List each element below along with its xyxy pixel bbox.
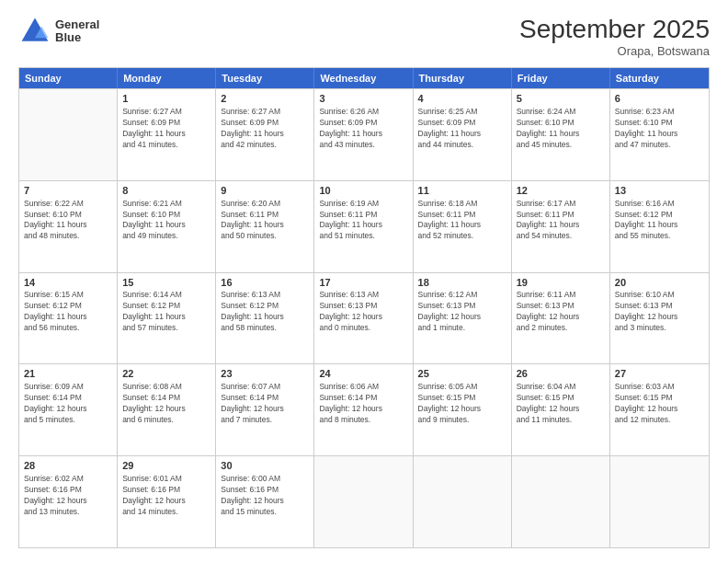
calendar-cell: 24Sunrise: 6:06 AM Sunset: 6:14 PM Dayli… xyxy=(314,364,413,455)
calendar-cell: 15Sunrise: 6:14 AM Sunset: 6:12 PM Dayli… xyxy=(118,273,216,364)
day-info: Sunrise: 6:12 AM Sunset: 6:13 PM Dayligh… xyxy=(418,290,506,334)
calendar-cell: 12Sunrise: 6:17 AM Sunset: 6:11 PM Dayli… xyxy=(512,181,610,272)
day-number: 20 xyxy=(615,276,704,290)
day-number: 16 xyxy=(221,276,309,290)
logo-text: General Blue xyxy=(55,18,99,45)
day-info: Sunrise: 6:07 AM Sunset: 6:14 PM Dayligh… xyxy=(221,382,309,426)
calendar-cell: 6Sunrise: 6:23 AM Sunset: 6:10 PM Daylig… xyxy=(610,89,709,180)
title-block: September 2025 Orapa, Botswana xyxy=(519,15,710,58)
header-day-friday: Friday xyxy=(512,68,610,88)
month-title: September 2025 xyxy=(519,15,710,44)
calendar-row-0: 1Sunrise: 6:27 AM Sunset: 6:09 PM Daylig… xyxy=(19,88,709,180)
day-info: Sunrise: 6:00 AM Sunset: 6:16 PM Dayligh… xyxy=(221,474,309,518)
day-info: Sunrise: 6:02 AM Sunset: 6:16 PM Dayligh… xyxy=(24,474,112,518)
logo: General Blue xyxy=(18,15,99,48)
calendar-cell xyxy=(314,456,413,547)
logo-line1: General xyxy=(55,18,99,31)
calendar-cell: 23Sunrise: 6:07 AM Sunset: 6:14 PM Dayli… xyxy=(216,364,314,455)
calendar-cell: 11Sunrise: 6:18 AM Sunset: 6:11 PM Dayli… xyxy=(414,181,512,272)
page: General Blue September 2025 Orapa, Botsw… xyxy=(0,0,728,563)
day-info: Sunrise: 6:05 AM Sunset: 6:15 PM Dayligh… xyxy=(418,382,506,426)
calendar-cell xyxy=(512,456,610,547)
day-number: 15 xyxy=(122,276,210,290)
day-number: 8 xyxy=(122,184,210,198)
day-number: 1 xyxy=(122,92,210,106)
calendar-cell: 7Sunrise: 6:22 AM Sunset: 6:10 PM Daylig… xyxy=(19,181,118,272)
day-number: 12 xyxy=(517,184,605,198)
day-number: 19 xyxy=(517,276,605,290)
day-info: Sunrise: 6:13 AM Sunset: 6:12 PM Dayligh… xyxy=(221,290,309,334)
day-info: Sunrise: 6:27 AM Sunset: 6:09 PM Dayligh… xyxy=(122,107,210,151)
day-info: Sunrise: 6:10 AM Sunset: 6:13 PM Dayligh… xyxy=(615,290,704,334)
calendar-row-2: 14Sunrise: 6:15 AM Sunset: 6:12 PM Dayli… xyxy=(19,272,709,364)
day-number: 5 xyxy=(517,92,605,106)
calendar-row-4: 28Sunrise: 6:02 AM Sunset: 6:16 PM Dayli… xyxy=(19,455,709,547)
header-day-wednesday: Wednesday xyxy=(314,68,413,88)
calendar-cell: 8Sunrise: 6:21 AM Sunset: 6:10 PM Daylig… xyxy=(118,181,216,272)
calendar-cell: 1Sunrise: 6:27 AM Sunset: 6:09 PM Daylig… xyxy=(118,89,216,180)
calendar: SundayMondayTuesdayWednesdayThursdayFrid… xyxy=(18,67,710,548)
day-number: 24 xyxy=(319,367,407,381)
calendar-body: 1Sunrise: 6:27 AM Sunset: 6:09 PM Daylig… xyxy=(19,88,709,547)
calendar-cell: 20Sunrise: 6:10 AM Sunset: 6:13 PM Dayli… xyxy=(610,273,709,364)
calendar-cell: 18Sunrise: 6:12 AM Sunset: 6:13 PM Dayli… xyxy=(414,273,512,364)
day-info: Sunrise: 6:27 AM Sunset: 6:09 PM Dayligh… xyxy=(221,107,309,151)
day-number: 3 xyxy=(319,92,407,106)
day-number: 2 xyxy=(221,92,309,106)
calendar-cell: 4Sunrise: 6:25 AM Sunset: 6:09 PM Daylig… xyxy=(414,89,512,180)
day-info: Sunrise: 6:13 AM Sunset: 6:13 PM Dayligh… xyxy=(319,290,407,334)
day-info: Sunrise: 6:19 AM Sunset: 6:11 PM Dayligh… xyxy=(319,199,407,243)
calendar-cell: 19Sunrise: 6:11 AM Sunset: 6:13 PM Dayli… xyxy=(512,273,610,364)
logo-line2: Blue xyxy=(55,31,99,44)
day-number: 22 xyxy=(122,367,210,381)
calendar-cell: 30Sunrise: 6:00 AM Sunset: 6:16 PM Dayli… xyxy=(216,456,314,547)
day-info: Sunrise: 6:14 AM Sunset: 6:12 PM Dayligh… xyxy=(122,290,210,334)
calendar-cell: 21Sunrise: 6:09 AM Sunset: 6:14 PM Dayli… xyxy=(19,364,118,455)
day-info: Sunrise: 6:04 AM Sunset: 6:15 PM Dayligh… xyxy=(517,382,605,426)
location-subtitle: Orapa, Botswana xyxy=(519,44,710,58)
day-info: Sunrise: 6:24 AM Sunset: 6:10 PM Dayligh… xyxy=(517,107,605,151)
day-number: 27 xyxy=(615,367,704,381)
logo-icon xyxy=(18,15,51,48)
header-day-monday: Monday xyxy=(118,68,216,88)
calendar-cell: 3Sunrise: 6:26 AM Sunset: 6:09 PM Daylig… xyxy=(314,89,413,180)
day-number: 7 xyxy=(24,184,112,198)
day-number: 11 xyxy=(418,184,506,198)
calendar-header: SundayMondayTuesdayWednesdayThursdayFrid… xyxy=(19,68,709,88)
calendar-cell: 5Sunrise: 6:24 AM Sunset: 6:10 PM Daylig… xyxy=(512,89,610,180)
calendar-cell: 2Sunrise: 6:27 AM Sunset: 6:09 PM Daylig… xyxy=(216,89,314,180)
day-info: Sunrise: 6:22 AM Sunset: 6:10 PM Dayligh… xyxy=(24,199,112,243)
calendar-cell: 13Sunrise: 6:16 AM Sunset: 6:12 PM Dayli… xyxy=(610,181,709,272)
calendar-cell: 26Sunrise: 6:04 AM Sunset: 6:15 PM Dayli… xyxy=(512,364,610,455)
day-number: 28 xyxy=(24,459,112,473)
day-number: 29 xyxy=(122,459,210,473)
day-number: 18 xyxy=(418,276,506,290)
calendar-cell: 27Sunrise: 6:03 AM Sunset: 6:15 PM Dayli… xyxy=(610,364,709,455)
day-info: Sunrise: 6:06 AM Sunset: 6:14 PM Dayligh… xyxy=(319,382,407,426)
calendar-cell xyxy=(19,89,118,180)
calendar-cell xyxy=(414,456,512,547)
day-number: 6 xyxy=(615,92,704,106)
calendar-cell: 25Sunrise: 6:05 AM Sunset: 6:15 PM Dayli… xyxy=(414,364,512,455)
calendar-cell: 9Sunrise: 6:20 AM Sunset: 6:11 PM Daylig… xyxy=(216,181,314,272)
day-number: 10 xyxy=(319,184,407,198)
calendar-cell xyxy=(610,456,709,547)
calendar-cell: 14Sunrise: 6:15 AM Sunset: 6:12 PM Dayli… xyxy=(19,273,118,364)
day-info: Sunrise: 6:15 AM Sunset: 6:12 PM Dayligh… xyxy=(24,290,112,334)
day-number: 30 xyxy=(221,459,309,473)
calendar-cell: 29Sunrise: 6:01 AM Sunset: 6:16 PM Dayli… xyxy=(118,456,216,547)
calendar-cell: 28Sunrise: 6:02 AM Sunset: 6:16 PM Dayli… xyxy=(19,456,118,547)
header-day-sunday: Sunday xyxy=(19,68,118,88)
day-info: Sunrise: 6:18 AM Sunset: 6:11 PM Dayligh… xyxy=(418,199,506,243)
calendar-row-1: 7Sunrise: 6:22 AM Sunset: 6:10 PM Daylig… xyxy=(19,180,709,272)
day-info: Sunrise: 6:01 AM Sunset: 6:16 PM Dayligh… xyxy=(122,474,210,518)
day-info: Sunrise: 6:21 AM Sunset: 6:10 PM Dayligh… xyxy=(122,199,210,243)
header: General Blue September 2025 Orapa, Botsw… xyxy=(18,15,710,58)
calendar-cell: 16Sunrise: 6:13 AM Sunset: 6:12 PM Dayli… xyxy=(216,273,314,364)
calendar-cell: 10Sunrise: 6:19 AM Sunset: 6:11 PM Dayli… xyxy=(314,181,413,272)
day-number: 26 xyxy=(517,367,605,381)
header-day-saturday: Saturday xyxy=(610,68,709,88)
day-info: Sunrise: 6:25 AM Sunset: 6:09 PM Dayligh… xyxy=(418,107,506,151)
day-number: 13 xyxy=(615,184,704,198)
day-info: Sunrise: 6:23 AM Sunset: 6:10 PM Dayligh… xyxy=(615,107,704,151)
